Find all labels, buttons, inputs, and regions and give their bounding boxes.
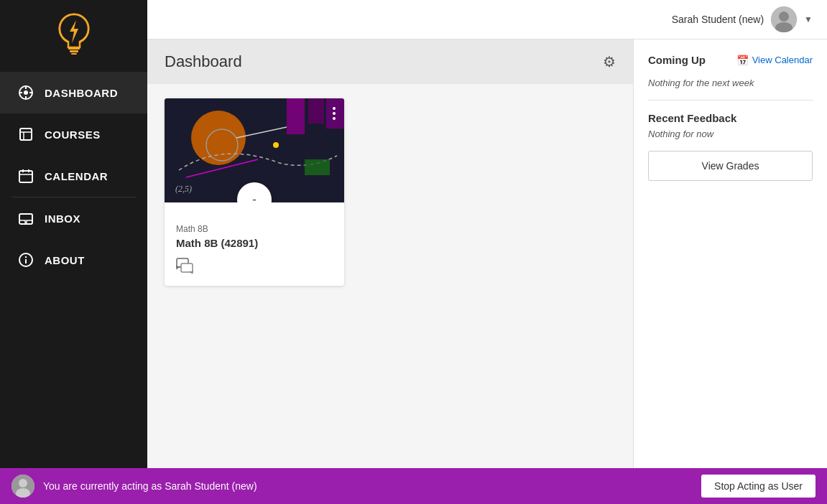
- view-grades-button[interactable]: View Grades: [648, 151, 813, 181]
- logo-bulb-icon: [57, 13, 91, 60]
- cards-area: (2,5): [147, 84, 633, 479]
- card-subtitle: Math 8B: [176, 224, 333, 234]
- dashboard-icon: [17, 85, 34, 101]
- inbox-label: INBOX: [45, 213, 80, 225]
- view-calendar-label: View Calendar: [752, 55, 813, 65]
- user-name: Sarah Student (new): [672, 14, 764, 25]
- top-header: Sarah Student (new) ▼: [147, 0, 827, 39]
- about-icon: [17, 252, 34, 268]
- view-calendar-link[interactable]: 📅 View Calendar: [736, 55, 813, 66]
- calendar-icon: [17, 168, 34, 184]
- avatar: [771, 6, 797, 32]
- card-info: Math 8B Math 8B (42891): [165, 202, 344, 286]
- svg-point-34: [273, 142, 279, 148]
- course-card[interactable]: (2,5): [165, 98, 344, 286]
- svg-rect-25: [287, 98, 305, 134]
- card-chat-icon[interactable]: [176, 258, 333, 277]
- main-content: Sarah Student (new) ▼ Dashboard ⚙: [147, 0, 827, 504]
- settings-button[interactable]: ⚙: [603, 53, 616, 70]
- card-thumbnail: (2,5): [165, 98, 344, 202]
- svg-point-22: [779, 11, 789, 22]
- coming-up-title: Coming Up: [648, 54, 706, 66]
- dashboard-label: DASHBOARD: [45, 87, 118, 99]
- courses-icon: [17, 126, 34, 142]
- acting-bar-info: You are currently acting as Sarah Studen…: [11, 475, 257, 498]
- page-title: Dashboard: [165, 52, 242, 71]
- sidebar: DASHBOARD COURSES CALENDA: [0, 0, 147, 504]
- logo: [0, 0, 147, 72]
- svg-rect-26: [308, 98, 324, 123]
- calendar-label: CALENDAR: [45, 170, 108, 182]
- chevron-down-icon: ▼: [804, 14, 813, 24]
- svg-rect-36: [181, 263, 193, 272]
- dashboard-header: Dashboard ⚙: [147, 39, 633, 84]
- sidebar-item-about[interactable]: ABOUT: [0, 239, 147, 281]
- sidebar-item-calendar[interactable]: CALENDAR: [0, 155, 147, 197]
- acting-avatar: [11, 475, 34, 498]
- svg-text:(2,5): (2,5): [175, 184, 192, 194]
- sidebar-item-dashboard[interactable]: DASHBOARD: [0, 72, 147, 113]
- svg-point-5: [24, 90, 28, 95]
- sidebar-item-courses[interactable]: COURSES: [0, 113, 147, 155]
- svg-point-38: [19, 479, 27, 487]
- card-title: Math 8B (42891): [176, 237, 333, 249]
- coming-up-header: Coming Up 📅 View Calendar: [648, 54, 813, 66]
- about-label: ABOUT: [45, 254, 85, 266]
- play-icon: -: [252, 192, 257, 203]
- svg-rect-3: [71, 53, 77, 55]
- svg-rect-31: [305, 159, 330, 175]
- inbox-icon: [17, 210, 34, 226]
- stop-acting-button[interactable]: Stop Acting as User: [701, 475, 816, 498]
- user-menu[interactable]: Sarah Student (new) ▼: [672, 6, 813, 32]
- content-area: Dashboard ⚙: [147, 39, 827, 504]
- coming-up-empty: Nothing for the next week: [648, 78, 813, 88]
- card-more-button[interactable]: [330, 104, 338, 123]
- sidebar-item-inbox[interactable]: INBOX: [0, 197, 147, 239]
- dashboard-main: Dashboard ⚙: [147, 39, 633, 504]
- svg-rect-10: [20, 129, 32, 140]
- recent-feedback-empty: Nothing for now: [648, 129, 813, 139]
- svg-point-20: [25, 256, 27, 258]
- recent-feedback-section: Recent Feedback Nothing for now: [648, 112, 813, 139]
- recent-feedback-title: Recent Feedback: [648, 112, 813, 124]
- right-sidebar: Coming Up 📅 View Calendar Nothing for th…: [633, 39, 827, 504]
- svg-rect-1: [68, 47, 80, 50]
- svg-rect-13: [19, 171, 32, 182]
- acting-bar: You are currently acting as Sarah Studen…: [0, 468, 827, 504]
- courses-label: COURSES: [45, 129, 101, 141]
- calendar-link-icon: 📅: [736, 55, 749, 66]
- acting-message: You are currently acting as Sarah Studen…: [43, 480, 257, 492]
- svg-rect-2: [70, 50, 78, 52]
